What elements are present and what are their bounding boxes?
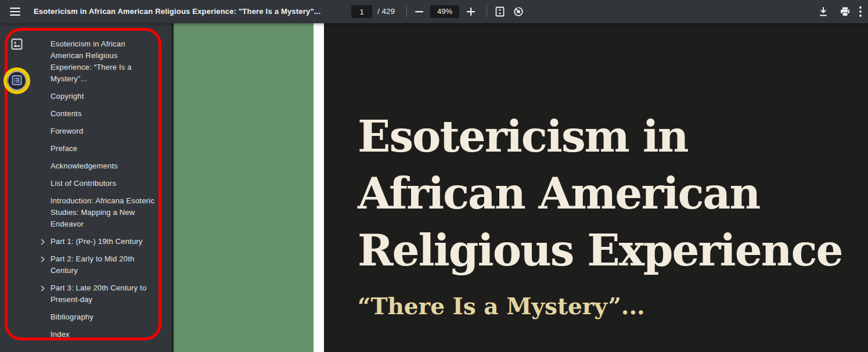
plus-icon [466,7,476,16]
main-area: Esotericism in African American Religiou… [0,23,868,352]
page-count: / 429 [377,0,395,23]
toc-item[interactable]: Part 1: (Pre-) 19th Century [51,236,155,247]
toolbar-separator [406,6,407,17]
rotate-button[interactable] [510,3,527,20]
zoom-out-button[interactable] [411,3,427,20]
cover-text-block: Esotericism in African American Religiou… [358,108,842,319]
document-outline-icon [12,75,22,87]
toc-item[interactable]: Index [51,329,155,340]
image-thumbnails-icon [11,38,23,52]
toc-item-label: Foreword [51,127,84,135]
toc-item[interactable]: Contents [51,108,155,120]
sidebar: Esotericism in African American Religiou… [0,23,172,352]
toc-item[interactable]: Preface [51,143,155,155]
toc-item[interactable]: Introduction: Africana Esoteric Studies:… [51,195,155,230]
toc-list: Esotericism in African American Religiou… [51,38,155,346]
chevron-right-icon[interactable] [39,256,46,263]
cover-subtitle: “There Is a Mystery”... [358,293,842,319]
toc-item-label: Acknowledgements [51,161,118,170]
cover-white-band [314,23,324,352]
cover-title-line: Esotericism in [358,108,842,165]
cover-title-line: African American [358,165,842,222]
hamburger-menu-icon [10,8,20,16]
zoom-in-button[interactable] [463,3,479,20]
rotate-counterclockwise-icon [513,6,524,17]
chevron-right-icon[interactable] [39,285,46,292]
toc-item-label: List of Contributors [51,179,116,188]
toc-item-label: Contents [51,109,82,118]
toc-item[interactable]: Acknowledgements [51,160,155,172]
toc-item[interactable]: Part 2: Early to Mid 20th Century [51,253,155,276]
toc-item-label: Part 2: Early to Mid 20th Century [51,254,134,275]
fit-to-page-icon [495,6,505,17]
more-options-button[interactable] [853,3,867,20]
toc-item[interactable]: Bibliography [51,311,155,323]
toc-item[interactable]: Part 3: Late 20th Century to Present-day [51,282,155,306]
toc-item-label: Esotericism in African American Religiou… [51,39,132,83]
document-title: Esotericism in African American Religiou… [34,0,320,23]
pdf-viewer-window: Esotericism in African American Religiou… [0,0,868,352]
toc-item-label: Introduction: Africana Esoteric Studies:… [51,196,154,228]
kebab-menu-icon [859,6,862,17]
toc-item-label: Bibliography [51,313,93,321]
printer-icon [840,7,850,16]
toc-item[interactable]: List of Contributors [51,178,155,189]
toc-item[interactable]: Copyright [51,91,155,102]
chevron-right-icon[interactable] [39,238,46,245]
thumbnails-tab-button[interactable] [8,36,26,53]
outline-tab-button[interactable] [7,71,27,91]
pdf-page-view: Esotericism in African American Religiou… [172,23,868,352]
page-number-input[interactable] [351,5,372,18]
toc-item-label: Part 1: (Pre-) 19th Century [51,237,143,246]
cover-green-band [174,23,314,352]
menu-button[interactable] [7,3,23,20]
print-button[interactable] [837,3,853,20]
book-cover: Esotericism in African American Religiou… [324,23,868,352]
toc-item-label: Part 3: Late 20th Century to Present-day [51,283,146,304]
toc-item-label: Index [51,330,70,339]
zoom-level[interactable]: 49% [430,5,459,18]
toc-item[interactable]: Foreword [51,125,155,137]
toc-item-label: Copyright [51,92,84,100]
cover-title-line: Religious Experience [358,222,842,279]
toolbar: Esotericism in African American Religiou… [0,0,868,23]
toolbar-separator [487,6,487,17]
download-button[interactable] [815,3,831,20]
toc-item[interactable]: Esotericism in African American Religiou… [51,38,155,85]
minus-icon [415,7,424,16]
toc-item-label: Preface [51,144,77,153]
download-icon [819,7,828,17]
fit-to-page-button[interactable] [492,3,508,20]
